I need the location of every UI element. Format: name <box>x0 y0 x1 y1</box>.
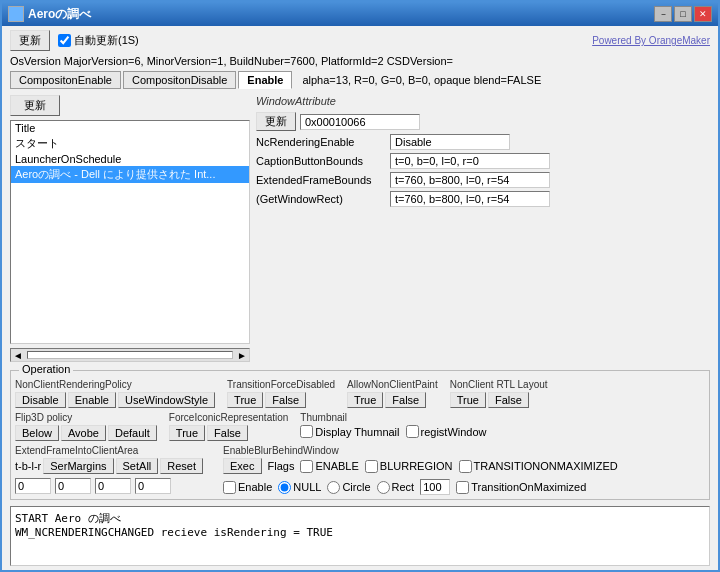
list-item-aero[interactable]: Aeroの調べ - Dell により提供された Int... <box>11 166 249 183</box>
transition-false-button[interactable]: False <box>265 392 306 408</box>
allow-non-client-paint-buttons: True False <box>347 392 438 408</box>
list-item-launcher[interactable]: LauncherOnSchedule <box>11 152 249 166</box>
get-window-rect-value: t=760, b=800, l=0, r=54 <box>390 191 550 207</box>
extend-l-input[interactable] <box>95 478 131 494</box>
window-listbox[interactable]: Title スタート LauncherOnSchedule Aeroの調べ - … <box>10 120 250 344</box>
reset-button[interactable]: Reset <box>160 458 203 474</box>
close-button[interactable]: ✕ <box>694 6 712 22</box>
blur-region-checkbox[interactable] <box>365 460 378 473</box>
attr-hex-value: 0x00010066 <box>300 114 420 130</box>
enable-blur-group: EnableBlurBehindWindow Exec Flags ENABLE… <box>223 445 618 495</box>
update-button-top[interactable]: 更新 <box>10 30 50 51</box>
rect-radio[interactable] <box>377 481 390 494</box>
attr-update-button[interactable]: 更新 <box>256 112 296 131</box>
top-bar: 更新 自動更新(1S) Powered By OrangeMaker <box>2 26 718 53</box>
caption-bounds-value: t=0, b=0, l=0, r=0 <box>390 153 550 169</box>
force-iconic-buttons: True False <box>169 425 289 441</box>
non-client-rtl-group: NonClient RTL Layout True False <box>450 379 548 408</box>
extend-frame-group: ExtendFrameIntoClientArea t-b-l-r SerMar… <box>15 445 203 494</box>
tab-composition-disable[interactable]: CompositonDisable <box>123 71 236 89</box>
extended-frame-label: ExtendedFrameBounds <box>256 174 386 186</box>
enable-blur-label: EnableBlurBehindWindow <box>223 445 618 456</box>
extend-frame-label: ExtendFrameIntoClientArea <box>15 445 203 456</box>
thumbnail-group: Thumbnail Display Thumnail registWindow <box>300 412 486 438</box>
transition-force-disabled-buttons: True False <box>227 392 335 408</box>
nc-rendering-policy-group: NonClientRenderingPolicy Disable Enable … <box>15 379 215 408</box>
disable-button[interactable]: Disable <box>15 392 66 408</box>
default-button[interactable]: Default <box>108 425 157 441</box>
blur-bottom-row: Enable NULL Circle <box>223 479 618 495</box>
transition-on-maximized-checkbox[interactable] <box>456 481 469 494</box>
non-client-rtl-label: NonClient RTL Layout <box>450 379 548 390</box>
non-client-rtl-buttons: True False <box>450 392 548 408</box>
maximize-button[interactable]: □ <box>674 6 692 22</box>
exec-button[interactable]: Exec <box>223 458 261 474</box>
enable-flag-checkbox[interactable] <box>300 460 313 473</box>
extended-frame-bounds-row: ExtendedFrameBounds t=760, b=800, l=0, r… <box>256 172 710 188</box>
operation-section: Operation NonClientRenderingPolicy Disab… <box>10 370 710 500</box>
rect-radio-label: Rect <box>377 481 415 494</box>
update-button-left[interactable]: 更新 <box>10 95 60 116</box>
allow-false-button[interactable]: False <box>385 392 426 408</box>
main-area: 更新 Title スタート LauncherOnSchedule Aeroの調べ… <box>2 91 718 366</box>
nc-rendering-label: NcRenderingEnable <box>256 136 386 148</box>
list-item-start[interactable]: スタート <box>11 135 249 152</box>
main-window: Aeroの調べ － □ ✕ 更新 自動更新(1S) Powered By Ora… <box>0 0 720 572</box>
get-window-rect-row: (GetWindowRect) t=760, b=800, l=0, r=54 <box>256 191 710 207</box>
extend-t-input[interactable] <box>15 478 51 494</box>
below-button[interactable]: Below <box>15 425 59 441</box>
thumbnail-checkboxes: Display Thumnail registWindow <box>300 425 486 438</box>
nc-rendering-policy-buttons: Disable Enable UseWindowStyle <box>15 392 215 408</box>
auto-update-checkbox[interactable] <box>58 34 71 47</box>
blur-enable-checkbox[interactable] <box>223 481 236 494</box>
blur-value-input[interactable] <box>420 479 450 495</box>
op-row-3: ExtendFrameIntoClientArea t-b-l-r SerMar… <box>15 445 705 495</box>
title-buttons: － □ ✕ <box>654 6 712 22</box>
transition-force-disabled-group: TransitionForceDisabled True False <box>227 379 335 408</box>
rtl-true-button[interactable]: True <box>450 392 486 408</box>
flip3d-policy-buttons: Below Avobe Default <box>15 425 157 441</box>
log-area: START Aero の調べ WM_NCRENDERINGCHANGED rec… <box>10 506 710 566</box>
op-row-1: NonClientRenderingPolicy Disable Enable … <box>15 379 705 408</box>
circle-radio[interactable] <box>327 481 340 494</box>
transition-maximized-checkbox[interactable] <box>459 460 472 473</box>
use-window-style-button[interactable]: UseWindowStyle <box>118 392 215 408</box>
ser-margins-button[interactable]: SerMargins <box>43 458 113 474</box>
enable-button[interactable]: Enable <box>68 392 116 408</box>
blur-enable-label: Enable <box>223 481 272 494</box>
minimize-button[interactable]: － <box>654 6 672 22</box>
nc-rendering-row: NcRenderingEnable Disable <box>256 134 710 150</box>
iconic-true-button[interactable]: True <box>169 425 205 441</box>
transition-maximized-label: TRANSITIONONMAXIMIZED <box>459 460 618 473</box>
flip3d-policy-group: Flip3D policy Below Avobe Default <box>15 412 157 441</box>
enable-flag-label: ENABLE <box>300 460 358 473</box>
iconic-false-button[interactable]: False <box>207 425 248 441</box>
operation-section-label: Operation <box>19 363 73 375</box>
list-item-title[interactable]: Title <box>11 121 249 135</box>
window-attribute-header: WindowAttribute <box>256 95 710 107</box>
transition-true-button[interactable]: True <box>227 392 263 408</box>
caption-button-bounds-row: CaptionButtonBounds t=0, b=0, l=0, r=0 <box>256 153 710 169</box>
horizontal-scrollbar[interactable]: ◄ ► <box>10 348 250 362</box>
extend-r-input[interactable] <box>135 478 171 494</box>
tab-composition-enable[interactable]: CompositonEnable <box>10 71 121 89</box>
title-bar-left: Aeroの調べ <box>8 6 91 23</box>
avobe-button[interactable]: Avobe <box>61 425 106 441</box>
transition-on-maximized-label: TransitionOnMaximized <box>456 481 586 494</box>
set-all-button[interactable]: SetAll <box>116 458 159 474</box>
tab-enable[interactable]: Enable <box>238 71 292 89</box>
rtl-false-button[interactable]: False <box>488 392 529 408</box>
display-thumbnail-checkbox[interactable] <box>300 425 313 438</box>
powered-by: Powered By OrangeMaker <box>592 35 710 46</box>
content-area: 更新 自動更新(1S) Powered By OrangeMaker OsVer… <box>2 26 718 570</box>
app-icon <box>8 6 24 22</box>
left-panel: 更新 Title スタート LauncherOnSchedule Aeroの調べ… <box>10 95 250 362</box>
extend-b-input[interactable] <box>55 478 91 494</box>
title-bar: Aeroの調べ － □ ✕ <box>2 2 718 26</box>
log-line-1: START Aero の調べ <box>15 511 705 526</box>
null-radio[interactable] <box>278 481 291 494</box>
tab-row: CompositonEnable CompositonDisable Enabl… <box>2 69 718 91</box>
allow-true-button[interactable]: True <box>347 392 383 408</box>
flip3d-policy-label: Flip3D policy <box>15 412 157 423</box>
regist-window-checkbox[interactable] <box>406 425 419 438</box>
